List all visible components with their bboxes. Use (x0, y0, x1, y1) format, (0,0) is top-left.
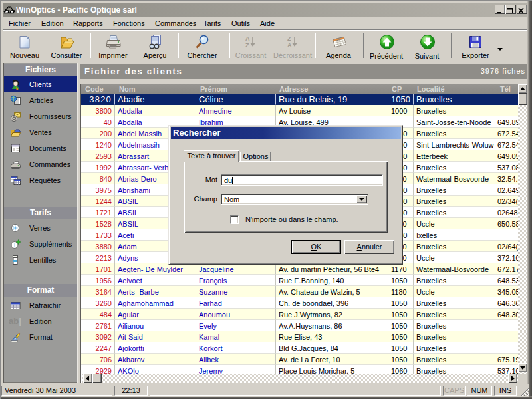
svg-text:A: A (245, 35, 250, 42)
svg-text:Z: Z (245, 42, 249, 49)
svg-text:Z: Z (287, 35, 291, 42)
svg-text:A: A (287, 42, 292, 49)
